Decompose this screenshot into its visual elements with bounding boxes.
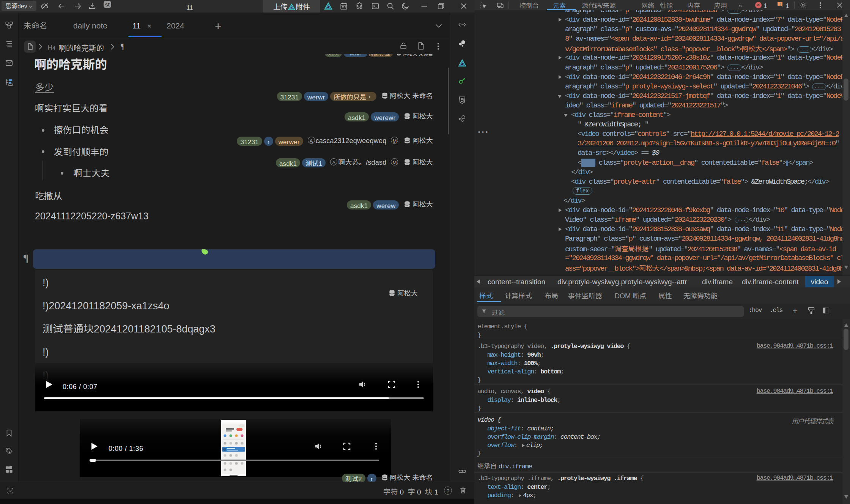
svg-text:!: ! — [779, 2, 781, 6]
